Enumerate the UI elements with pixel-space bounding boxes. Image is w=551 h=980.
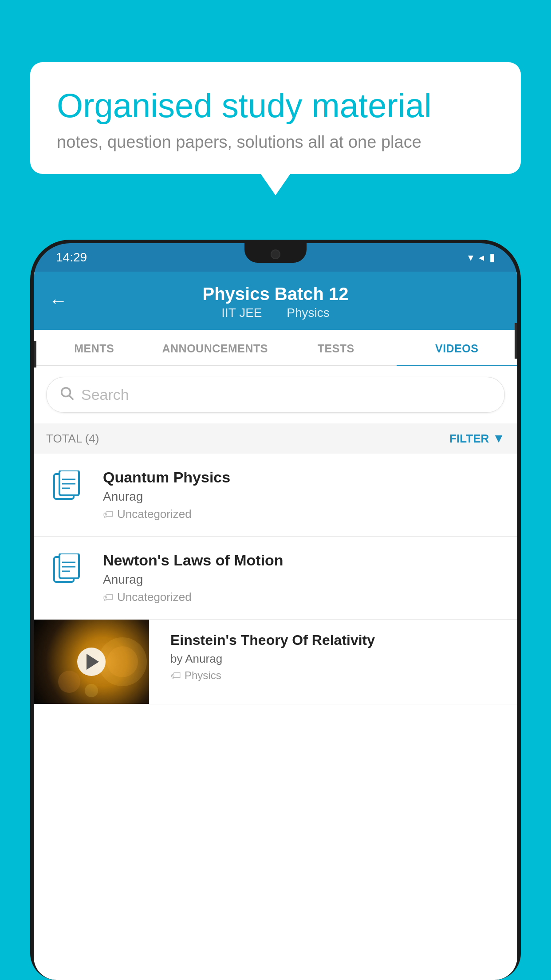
- play-icon: [87, 654, 99, 670]
- video-title: Newton's Laws of Motion: [103, 552, 505, 569]
- tab-bar: MENTS ANNOUNCEMENTS TESTS VIDEOS: [34, 330, 517, 366]
- power-button: [515, 323, 517, 359]
- svg-line-1: [69, 395, 73, 399]
- filter-icon: ▼: [492, 431, 505, 446]
- search-bar[interactable]: Search: [46, 377, 505, 413]
- subtitle-part2: Physics: [287, 306, 329, 320]
- search-placeholder: Search: [81, 386, 129, 403]
- tag-icon: 🏷: [170, 669, 181, 682]
- video-info: Newton's Laws of Motion Anurag 🏷 Uncateg…: [103, 552, 505, 604]
- file-icon: [52, 553, 84, 596]
- file-icon-wrap: [46, 469, 91, 513]
- list-item[interactable]: Newton's Laws of Motion Anurag 🏷 Uncateg…: [34, 537, 517, 620]
- video-title: Quantum Physics: [103, 469, 505, 486]
- status-icons: ▾ ◂ ▮: [468, 251, 495, 264]
- battery-icon: ▮: [489, 251, 495, 264]
- phone-notch: [244, 243, 307, 263]
- svg-point-13: [107, 646, 138, 677]
- tab-tests[interactable]: TESTS: [276, 330, 397, 365]
- tab-announcements[interactable]: ANNOUNCEMENTS: [155, 330, 276, 365]
- filter-label: FILTER: [449, 432, 489, 446]
- filter-button[interactable]: FILTER ▼: [449, 431, 505, 446]
- video-tag: 🏷 Uncategorized: [103, 590, 505, 604]
- tag-label: Uncategorized: [117, 590, 192, 604]
- app-header: ← Physics Batch 12 IIT JEE Physics: [34, 272, 517, 330]
- video-info: Quantum Physics Anurag 🏷 Uncategorized: [103, 469, 505, 521]
- phone-inner: 14:29 ▾ ◂ ▮ ← Physics Batch 12 IIT JEE P…: [34, 243, 517, 980]
- filter-bar: TOTAL (4) FILTER ▼: [34, 423, 517, 454]
- app-content: ← Physics Batch 12 IIT JEE Physics MENTS…: [34, 272, 517, 980]
- bubble-subtitle: notes, question papers, solutions all at…: [57, 133, 494, 152]
- status-time: 14:29: [56, 250, 87, 265]
- list-item[interactable]: Quantum Physics Anurag 🏷 Uncategorized: [34, 454, 517, 537]
- video-author: Anurag: [103, 573, 505, 587]
- video-tag: 🏷 Physics: [170, 669, 510, 682]
- video-thumbnail: [34, 620, 149, 704]
- svg-point-15: [85, 684, 98, 697]
- volume-button: [34, 341, 36, 368]
- page-title: Physics Batch 12: [51, 284, 500, 304]
- total-count: TOTAL (4): [46, 432, 99, 446]
- bubble-title: Organised study material: [57, 86, 494, 125]
- video-info: Einstein's Theory Of Relativity by Anura…: [161, 620, 517, 691]
- camera: [271, 249, 280, 259]
- video-author: Anurag: [103, 490, 505, 504]
- tab-ments[interactable]: MENTS: [34, 330, 155, 365]
- subtitle-part1: IIT JEE: [221, 306, 262, 320]
- search-icon: [59, 385, 74, 404]
- wifi-icon: ▾: [468, 251, 473, 264]
- tab-videos[interactable]: VIDEOS: [397, 330, 518, 366]
- play-button[interactable]: [77, 648, 106, 676]
- video-list: Quantum Physics Anurag 🏷 Uncategorized: [34, 454, 517, 704]
- back-button[interactable]: ←: [49, 290, 67, 312]
- svg-rect-3: [59, 470, 79, 495]
- video-title: Einstein's Theory Of Relativity: [170, 632, 510, 648]
- file-icon-wrap: [46, 552, 91, 596]
- tag-icon: 🏷: [103, 591, 114, 604]
- video-author: by Anurag: [170, 652, 510, 666]
- signal-icon: ◂: [479, 251, 484, 264]
- tag-label: Physics: [185, 669, 221, 682]
- tag-label: Uncategorized: [117, 507, 192, 521]
- list-item[interactable]: Einstein's Theory Of Relativity by Anura…: [34, 620, 517, 704]
- phone-frame: 14:29 ▾ ◂ ▮ ← Physics Batch 12 IIT JEE P…: [30, 240, 521, 980]
- speech-bubble: Organised study material notes, question…: [30, 62, 521, 174]
- tag-icon: 🏷: [103, 508, 114, 521]
- svg-rect-8: [59, 553, 79, 578]
- video-tag: 🏷 Uncategorized: [103, 507, 505, 521]
- header-subtitle: IIT JEE Physics: [51, 306, 500, 320]
- svg-point-14: [58, 671, 80, 693]
- file-icon: [52, 470, 84, 513]
